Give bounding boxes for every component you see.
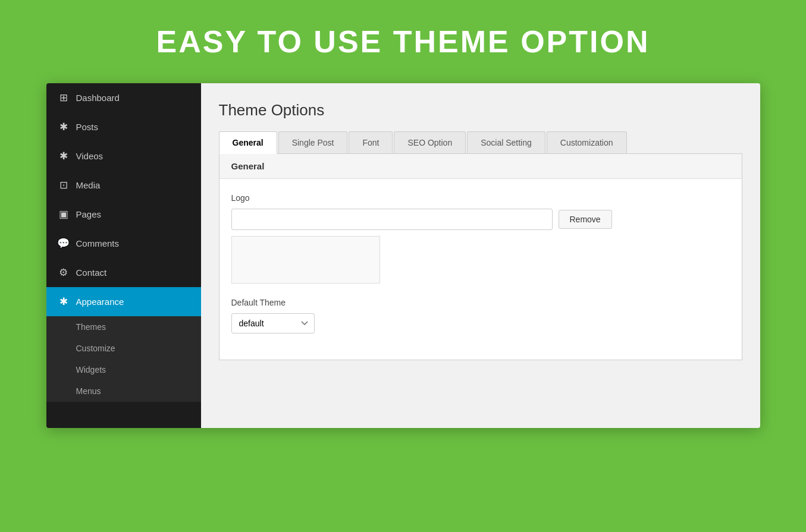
- dashboard-icon: ⊞: [57, 92, 70, 104]
- default-theme-field-group: Default Theme default: [231, 298, 730, 333]
- sidebar-item-label: Pages: [76, 209, 102, 219]
- tabs-bar: General Single Post Font SEO Option Soci…: [219, 131, 742, 154]
- sidebar-subitem-themes[interactable]: Themes: [46, 316, 201, 338]
- page-headline: EASY TO USE THEME OPTION: [156, 24, 650, 59]
- default-theme-row: default: [231, 313, 730, 333]
- section-body: Logo Remove Default Theme default: [219, 179, 742, 360]
- videos-icon: ✱: [57, 150, 70, 162]
- page-title: Theme Options: [219, 101, 742, 119]
- sidebar-item-label: Appearance: [76, 297, 124, 307]
- logo-label: Logo: [231, 193, 730, 203]
- sidebar-item-label: Media: [76, 180, 101, 190]
- default-theme-label: Default Theme: [231, 298, 730, 307]
- comments-icon: 💬: [57, 237, 70, 250]
- tab-seo-option[interactable]: SEO Option: [394, 131, 466, 153]
- sidebar-item-comments[interactable]: 💬 Comments: [46, 229, 201, 258]
- sidebar-item-media[interactable]: ⊡ Media: [46, 171, 201, 200]
- sidebar-item-contact[interactable]: ⚙ Contact: [46, 258, 201, 287]
- sidebar-item-label: Videos: [76, 151, 104, 161]
- sidebar-item-videos[interactable]: ✱ Videos: [46, 141, 201, 171]
- wp-mockup: ⊞ Dashboard ✱ Posts ✱ Videos ⊡ Media ▣ P…: [46, 83, 760, 428]
- remove-button[interactable]: Remove: [559, 210, 612, 229]
- theme-select[interactable]: default: [231, 313, 315, 333]
- sidebar-subitem-widgets[interactable]: Widgets: [46, 359, 201, 380]
- sidebar-item-posts[interactable]: ✱ Posts: [46, 112, 201, 141]
- section-header: General: [219, 154, 742, 179]
- sidebar: ⊞ Dashboard ✱ Posts ✱ Videos ⊡ Media ▣ P…: [46, 83, 201, 428]
- sidebar-submenu: Themes Customize Widgets Menus: [46, 316, 201, 402]
- tab-social-setting[interactable]: Social Setting: [467, 131, 545, 153]
- tab-single-post[interactable]: Single Post: [278, 131, 348, 153]
- sidebar-item-appearance[interactable]: ✱ Appearance: [46, 287, 201, 316]
- logo-preview: [231, 236, 380, 284]
- sidebar-item-pages[interactable]: ▣ Pages: [46, 200, 201, 229]
- media-icon: ⊡: [57, 179, 70, 191]
- sidebar-item-dashboard[interactable]: ⊞ Dashboard: [46, 83, 201, 112]
- pages-icon: ▣: [57, 208, 70, 221]
- main-content: Theme Options General Single Post Font S…: [201, 83, 760, 428]
- tab-font[interactable]: Font: [349, 131, 393, 153]
- sidebar-item-label: Comments: [76, 238, 120, 248]
- logo-field-group: Logo Remove: [231, 193, 730, 284]
- sidebar-item-label: Posts: [76, 122, 99, 132]
- tab-panel: General Logo Remove Default Theme: [219, 154, 742, 360]
- sidebar-item-label: Dashboard: [76, 93, 120, 103]
- sidebar-subitem-customize[interactable]: Customize: [46, 338, 201, 359]
- tab-customization[interactable]: Customization: [547, 131, 627, 153]
- tab-general[interactable]: General: [219, 131, 277, 154]
- sidebar-arrow-icon: [184, 298, 190, 306]
- posts-icon: ✱: [57, 121, 70, 133]
- sidebar-item-label: Contact: [76, 267, 107, 278]
- sidebar-subitem-menus[interactable]: Menus: [46, 380, 201, 402]
- appearance-icon: ✱: [57, 295, 70, 308]
- contact-icon: ⚙: [57, 266, 70, 279]
- logo-input[interactable]: [231, 209, 553, 230]
- logo-row: Remove: [231, 209, 730, 230]
